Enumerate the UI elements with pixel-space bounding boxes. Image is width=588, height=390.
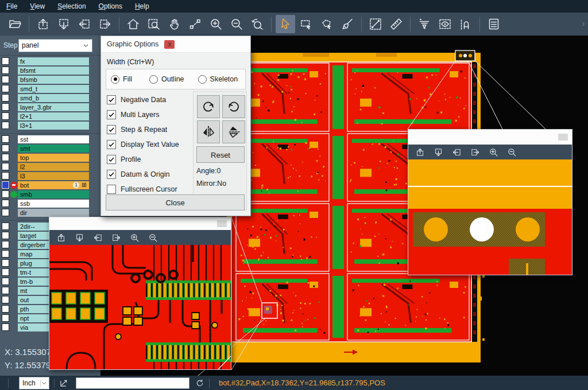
toolbar-overflow-button[interactable] [580,21,587,28]
zoom-in-button[interactable] [206,15,226,33]
magnifier-left-view[interactable] [49,245,231,369]
layer-visibility-checkbox[interactable] [2,200,9,207]
dialog-titlebar[interactable]: Graphic Options x [101,36,250,53]
pan-left-button[interactable] [89,231,106,244]
clean-brush-button[interactable] [338,15,357,33]
layer-visibility-checkbox[interactable] [2,250,9,258]
zoom-in-button[interactable] [126,231,143,244]
panel-list-button[interactable] [484,15,504,33]
layer-name-layer_3.gbr[interactable]: layer_3.gbr [18,103,89,111]
checkbox-fullscreen-cursor[interactable]: Fullscreen Cursor [107,184,177,194]
zoom-in-button[interactable] [485,145,502,159]
checkbox-display-text-value[interactable]: Display Text Value [107,139,179,150]
menu-item-help[interactable]: Help [129,0,156,13]
filter-button[interactable] [415,15,434,33]
menu-item-file[interactable]: File [0,0,24,13]
layer-name-l2[interactable]: l2 [18,163,89,171]
layer-row-smd_b[interactable]: smd_b [0,93,100,102]
layer-row-fx[interactable]: fx [0,57,100,65]
layer-visibility-checkbox[interactable] [2,57,9,65]
layer-row-smb[interactable]: smb [0,190,100,198]
layer-row-top[interactable]: top [0,153,100,162]
reset-button[interactable]: Reset [196,146,245,163]
rect-select-button[interactable] [296,15,316,33]
layer-row-bfsmt[interactable]: bfsmt [0,66,100,75]
magnifier-left-window-button[interactable] [217,220,227,227]
layer-visibility-checkbox[interactable] [2,76,9,83]
layer-visibility-checkbox[interactable] [2,305,9,313]
menu-item-view[interactable]: View [24,0,51,13]
layer-name-l3[interactable]: l3 [18,172,89,180]
checkbox-datum-origin[interactable]: Datum & Origin [107,169,169,180]
radio-outline[interactable]: Outline [149,75,184,84]
layer-visibility-checkbox[interactable] [2,190,9,198]
layer-row-ssb[interactable]: ssb [0,199,100,208]
layer-visibility-checkbox[interactable] [2,85,9,92]
rotate-ccw-button[interactable] [222,95,245,118]
layer-visibility-checkbox[interactable] [2,103,9,111]
layer-name-bfsmb[interactable]: bfsmb [18,76,89,84]
layer-row-bot[interactable]: bot1⊞ [0,181,100,189]
open-folder-button[interactable] [5,15,25,33]
layer-name-dir[interactable]: dir [18,209,89,217]
measure-node-button[interactable] [185,15,205,33]
step-select[interactable]: panel [18,39,92,52]
checkbox-profile[interactable]: Profile [107,154,141,165]
checkbox-multi-layers[interactable]: Multi Layers [107,110,159,120]
mirror-horizontal-button[interactable] [222,120,245,143]
layer-row-l3+1[interactable]: l3+1 [0,121,100,130]
zoom-window-button[interactable] [144,15,164,33]
layer-name-l3+1[interactable]: l3+1 [18,122,89,130]
layer-visibility-checkbox[interactable] [2,154,9,161]
eye-box-button[interactable] [435,15,455,33]
zoom-out-button[interactable] [144,231,161,244]
radio-skeleton[interactable]: Skeleton [198,75,238,84]
layer-name-l2+1[interactable]: l2+1 [18,112,89,120]
dialog-close-button[interactable]: Close [106,194,245,210]
layer-visibility-checkbox[interactable] [2,223,9,230]
zoom-previous-button[interactable] [247,15,267,33]
layer-row-smd_t[interactable]: smd_t [0,84,100,93]
layer-name-smd_t[interactable]: smd_t [18,85,89,93]
measure-line-button[interactable] [366,15,385,33]
layer-visibility-checkbox[interactable] [2,323,9,331]
layer-visibility-checkbox[interactable] [2,163,9,170]
magnifier-left-titlebar[interactable] [49,217,231,230]
magnifier-right-titlebar[interactable] [408,130,572,145]
layer-name-smt[interactable]: smt [18,145,89,153]
rotate-cw-button[interactable] [197,95,220,118]
angle-tool-icon[interactable] [59,378,69,388]
magnifier-right-view[interactable] [408,159,572,275]
layer-name-bfsmt[interactable]: bfsmt [18,67,89,75]
zoom-out-button[interactable] [227,15,246,33]
layer-visibility-checkbox[interactable] [2,112,9,120]
snap-magnet-button[interactable] [456,15,475,33]
close-icon[interactable]: x [164,40,175,49]
layer-visibility-checkbox[interactable] [2,268,9,276]
layer-name-top[interactable]: top [18,154,89,162]
checkbox-negative-data[interactable]: Negative Data [107,95,166,105]
layer-visibility-checkbox[interactable] [2,94,9,102]
layer-visibility-checkbox[interactable] [2,209,9,216]
menu-item-selection[interactable]: Selection [51,0,92,13]
layer-row-dir[interactable]: dir [0,208,100,217]
unit-select[interactable]: Inch [19,377,49,389]
checkbox-step-repeat[interactable]: Step & Repeat [107,124,167,135]
layer-visibility-checkbox[interactable] [2,259,9,267]
layer-name-sst[interactable]: sst [18,135,89,143]
pan-left-button[interactable] [75,15,94,33]
layer-row-layer_3.gbr[interactable]: layer_3.gbr [0,103,100,111]
pan-up-button[interactable] [411,145,428,159]
layer-row-bfsmb[interactable]: bfsmb [0,75,100,84]
layer-visibility-checkbox[interactable] [2,296,9,303]
magnifier-window-right[interactable] [408,129,572,275]
menu-item-options[interactable]: Options [92,0,129,13]
radio-fill[interactable]: Fill [111,75,132,84]
layer-row-sst[interactable]: sst [0,135,100,143]
command-input[interactable] [76,377,189,389]
layer-visibility-checkbox[interactable] [2,314,9,322]
poly-select-button[interactable] [317,15,336,33]
layer-name-bot[interactable]: bot1⊞ [18,181,89,189]
layer-row-smt[interactable]: smt [0,144,100,153]
layer-visibility-checkbox[interactable] [2,181,9,189]
